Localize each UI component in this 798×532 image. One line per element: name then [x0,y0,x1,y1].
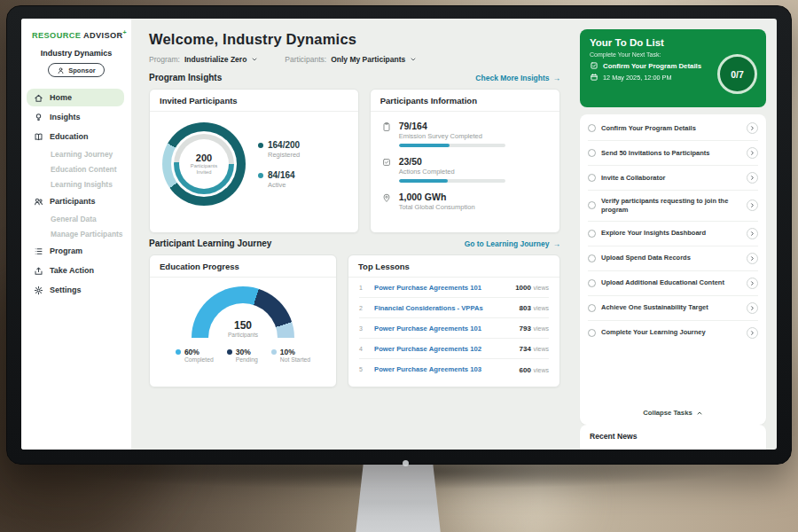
chevron-right-icon [749,175,755,181]
task-row[interactable]: Send 50 Invitations to Participants [588,141,758,166]
task-open-button[interactable] [747,147,758,159]
task-open-button[interactable] [747,200,758,211]
check-more-insights-link[interactable]: Check More Insights → [475,74,560,82]
home-icon [34,93,43,103]
link-label: Go to Learning Journey [465,239,550,248]
task-row[interactable]: Invite a Collaborator [588,166,758,191]
task-checkbox[interactable] [588,279,596,287]
task-open-button[interactable] [747,253,758,264]
task-row[interactable]: Achieve One Sustainability Target [588,296,758,321]
take-action-icon [34,266,43,276]
task-checkbox[interactable] [588,201,596,209]
chevron-down-icon [410,56,417,63]
task-checkbox[interactable] [588,304,596,312]
lesson-views-group: 803 views [520,303,549,312]
sidebar-item-settings[interactable]: Settings [27,281,124,299]
sidebar-item-program[interactable]: Program [27,242,124,260]
filter-bar: Program: Industrialize Zero Participants… [149,55,560,64]
program-dropdown-label: Program: [149,55,180,64]
gauge-legend: 60% Completed 30% Pending [159,348,327,363]
legend-dot [271,349,277,355]
task-checkbox[interactable] [588,254,596,262]
lesson-link[interactable]: Power Purchase Agreements 101 [374,325,512,332]
lesson-link[interactable]: Power Purchase Agreements 101 [374,284,508,292]
legend-value: 84/164 [268,170,295,180]
lesson-link[interactable]: Power Purchase Agreements 102 [374,345,512,353]
task-checkbox[interactable] [588,149,596,157]
program-insights-header: Program Insights Check More Insights → [149,73,560,82]
progress-bar-fill [399,179,448,183]
task-label: Send 50 Invitations to Participants [601,149,741,158]
lesson-rank: 3 [359,325,367,332]
participants-dropdown-label: Participants: [285,55,326,64]
sidebar-item-general-data[interactable]: General Data [21,211,131,226]
task-row[interactable]: Upload Additional Educational Content [588,271,758,296]
task-open-button[interactable] [747,228,758,239]
legend-item-active: 84/164 Active [258,170,300,189]
sidebar: RESOURCE ADVISOR+ Industry Dynamics Spon… [21,19,131,450]
sidebar-item-learning-journey[interactable]: Learning Journey [21,146,131,161]
task-open-button[interactable] [747,278,758,289]
dashboard-screen: RESOURCE ADVISOR+ Industry Dynamics Spon… [21,19,777,450]
lesson-link[interactable]: Power Purchase Agreements 103 [374,365,512,373]
task-open-button[interactable] [747,172,758,184]
stat-actions-completed: 23/50 Actions Completed [381,156,549,183]
collapse-tasks-link[interactable]: Collapse Tasks [588,402,758,425]
stat-value: 79/164 [399,121,505,131]
views-label: views [533,367,549,373]
gauge-center: 150 Participants [192,319,294,338]
logo-plus: + [123,29,128,35]
sidebar-item-education-content[interactable]: Education Content [21,161,131,176]
legend-label: Active [268,181,295,189]
lesson-row: 1 Power Purchase Agreements 101 1000 vie… [359,278,549,298]
participants-icon [34,197,43,207]
lesson-row: 3 Power Purchase Agreements 101 793 view… [359,318,549,339]
sidebar-item-insights[interactable]: Insights [27,108,124,126]
card-title: Invited Participants [150,90,358,112]
sidebar-item-education[interactable]: Education [27,128,124,145]
sidebar-item-take-action[interactable]: Take Action [27,262,124,279]
program-dropdown[interactable]: Program: Industrialize Zero [149,55,258,64]
legend-value: 30% [236,348,258,356]
sponsor-badge[interactable]: Sponsor [48,63,104,77]
power-led [403,460,409,466]
lesson-views-group: 600 views [520,365,549,374]
task-open-button[interactable] [747,302,758,314]
sidebar-item-learning-insights[interactable]: Learning Insights [21,176,131,192]
page-title: Welcome, Industry Dynamics [149,31,560,48]
views-label: views [533,285,549,291]
monitor-frame: RESOURCE ADVISOR+ Industry Dynamics Spon… [6,5,792,465]
task-open-button[interactable] [747,122,758,134]
arrow-right-icon: → [553,74,561,82]
task-checkbox[interactable] [588,174,596,182]
legend-label: Pending [236,356,258,363]
progress-bar-fill [399,144,450,147]
sidebar-item-manage-participants[interactable]: Manage Participants [21,226,131,241]
lesson-link[interactable]: Financial Considerations - VPPAs [374,304,512,312]
legend-label: Completed [184,356,214,363]
task-checkbox[interactable] [588,230,596,238]
go-to-learning-journey-link[interactable]: Go to Learning Journey → [465,239,560,248]
task-checkbox[interactable] [588,124,596,132]
task-label: Upload Additional Educational Content [601,278,741,287]
participants-dropdown[interactable]: Participants: Only My Participants [285,55,417,64]
sidebar-item-home[interactable]: Home [27,89,124,106]
task-row[interactable]: Explore Your Insights Dashboard [588,222,758,246]
task-checkbox[interactable] [588,329,596,337]
task-row[interactable]: Complete Your Learning Journey [588,321,758,345]
sidebar-item-label: Insights [50,113,81,121]
person-icon [57,66,65,74]
legend-label: Not Started [280,356,310,363]
legend-dot [176,349,181,355]
task-open-button[interactable] [747,327,758,339]
chevron-right-icon [749,305,755,311]
sidebar-item-participants[interactable]: Participants [27,192,124,210]
task-row[interactable]: Confirm Your Program Details [588,116,758,141]
card-title: Participants Information [371,90,559,112]
task-row[interactable]: Verify participants requesting to join t… [588,191,758,222]
card-title: Education Progress [150,255,336,278]
chevron-right-icon [749,202,755,208]
sidebar-item-label: Take Action [50,266,94,275]
task-row[interactable]: Upload Spend Data Records [588,246,758,271]
todo-progress-value: 0/7 [731,69,744,80]
